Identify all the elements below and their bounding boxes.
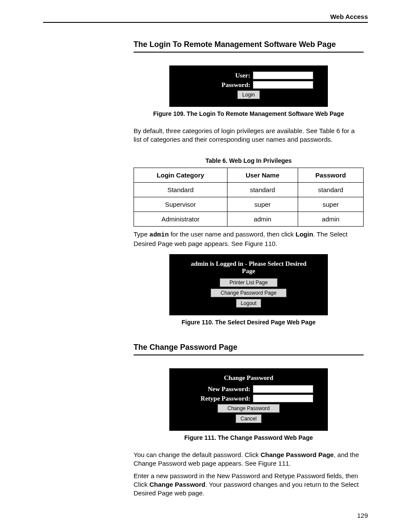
table6-h0: Login Category xyxy=(134,168,227,182)
change-password-button[interactable]: Change Password xyxy=(218,404,280,413)
retype-password-input[interactable] xyxy=(253,395,313,402)
table6-r0c0: Standard xyxy=(134,182,227,197)
table6-h2: Password xyxy=(298,168,364,182)
section2-rule xyxy=(134,355,364,355)
table6-r1c1: super xyxy=(227,197,298,212)
logout-button[interactable]: Logout xyxy=(236,299,262,308)
new-password-label: New Password: xyxy=(208,386,250,393)
figure-109-wrap: User: Password: Login xyxy=(134,65,364,107)
section1-p2-bold: Login xyxy=(296,230,313,238)
figure-110-wrap: admin is Logged in - Please Select Desir… xyxy=(134,254,364,315)
running-head: Web Access xyxy=(43,13,368,20)
table6: Login Category User Name Password Standa… xyxy=(134,168,364,227)
login-user-input[interactable] xyxy=(253,72,313,79)
section2-p2-bold: Change Password xyxy=(149,481,206,488)
table6-r2c0: Administrator xyxy=(134,212,227,226)
section2-p1-bold: Change Password Page xyxy=(261,451,334,458)
section1-title: The Login To Remote Management Software … xyxy=(134,40,364,49)
page: Web Access The Login To Remote Managemen… xyxy=(0,0,411,532)
figure-111-caption: Figure 111. The Change Password Web Page xyxy=(134,434,364,441)
figure-110-caption: Figure 110. The Select Desired Page Web … xyxy=(134,319,364,326)
top-rule xyxy=(43,22,368,23)
select-page-header: admin is Logged in - Please Select Desir… xyxy=(184,260,313,275)
login-button-row: Login xyxy=(184,90,313,99)
retype-password-row: Retype Password: xyxy=(184,395,313,402)
section1-p2-b: for the user name and password, then cli… xyxy=(171,230,294,238)
table6-r0c1: standard xyxy=(227,182,298,197)
login-button[interactable]: Login xyxy=(237,90,259,99)
login-password-label: Password: xyxy=(221,81,250,89)
login-password-input[interactable] xyxy=(253,81,313,89)
section2-p1: You can change the default password. Cli… xyxy=(134,451,364,468)
change-password-panel: Change Password New Password: Retype Pas… xyxy=(169,368,328,431)
login-password-row: Password: xyxy=(184,81,313,89)
section1-rule xyxy=(134,52,364,53)
printer-list-page-button[interactable]: Printer List Page xyxy=(220,278,278,287)
section1-p2: Type admin for the user name and passwor… xyxy=(134,230,364,249)
section1-p1: By default, three categories of login pr… xyxy=(134,127,364,144)
new-password-row: New Password: xyxy=(184,385,313,393)
login-panel: User: Password: Login xyxy=(169,65,328,107)
login-user-label: User: xyxy=(235,72,250,79)
section2-title: The Change Password Page xyxy=(134,343,364,352)
table-row: Standard standard standard xyxy=(134,182,364,197)
section2-p1-a: You can change the default password. Cli… xyxy=(134,451,258,458)
section1-p2-code: admin xyxy=(149,231,169,239)
figure-111-wrap: Change Password New Password: Retype Pas… xyxy=(134,368,364,431)
table-row: Supervisor super super xyxy=(134,197,364,212)
select-page-panel: admin is Logged in - Please Select Desir… xyxy=(169,254,328,315)
table6-caption: Table 6. Web Log In Privileges xyxy=(134,157,364,164)
table6-r2c1: admin xyxy=(227,212,298,226)
table-row: Administrator admin admin xyxy=(134,212,364,226)
retype-password-label: Retype Password: xyxy=(201,395,250,402)
new-password-input[interactable] xyxy=(253,385,313,393)
table6-r2c2: admin xyxy=(298,212,364,226)
login-user-row: User: xyxy=(184,72,313,79)
change-password-header: Change Password xyxy=(184,374,313,382)
section1-p2-a: Type xyxy=(134,230,148,238)
section2-p2: Enter a new password in the New Password… xyxy=(134,472,364,498)
table6-r1c2: super xyxy=(298,197,364,212)
main-column: The Login To Remote Management Software … xyxy=(134,40,364,498)
change-password-page-button[interactable]: Change Password Page xyxy=(211,289,286,297)
table6-r1c0: Supervisor xyxy=(134,197,227,212)
figure-109-caption: Figure 109. The Login To Remote Manageme… xyxy=(134,110,364,117)
cancel-button[interactable]: Cancel xyxy=(236,414,261,423)
table6-header-row: Login Category User Name Password xyxy=(134,168,364,182)
table6-r0c2: standard xyxy=(298,182,364,197)
table6-h1: User Name xyxy=(227,168,298,182)
page-number: 129 xyxy=(357,512,368,519)
